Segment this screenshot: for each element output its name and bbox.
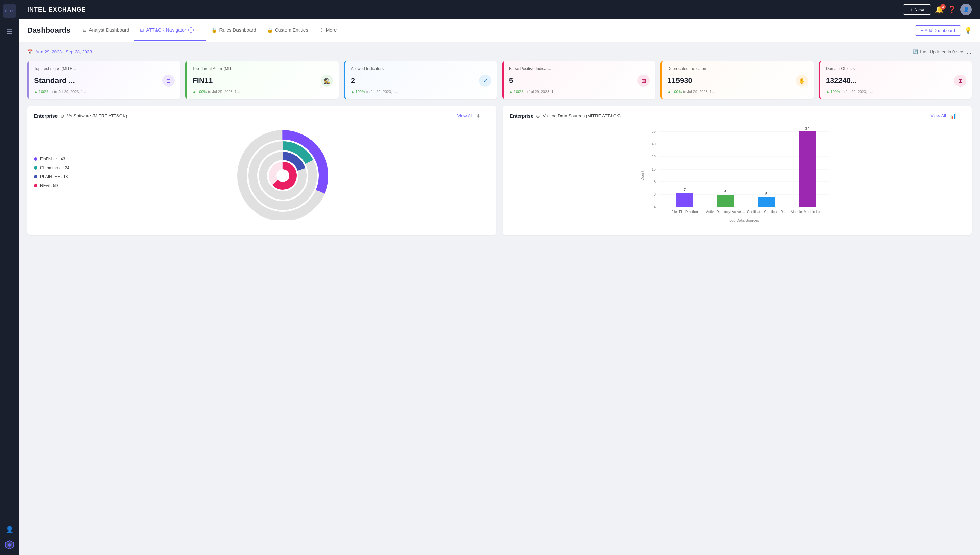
metric-change-date-technique: to Jul 29, 2023, 1... [54, 90, 86, 94]
bar-chart-container: 60 40 20 10 8 6 4 Count [510, 125, 965, 228]
app-title: INTEL EXCHANGE [27, 6, 903, 13]
metric-card-threat-actor: Top Threat Actor (MIT... FIN11 🕵 ▲ 100% … [185, 61, 338, 99]
svg-text:8: 8 [654, 180, 656, 184]
date-range-label: Aug 29, 2023 - Sep 28, 2023 [35, 50, 92, 55]
metric-value-false-positive: 5 [509, 76, 513, 85]
metric-card-false-positive: False Positive Indicat... 5 ⊠ ▲ 100% to … [502, 61, 655, 99]
attck-more-icon[interactable]: ⋮ [196, 27, 200, 33]
bar-module-load[interactable] [799, 132, 815, 207]
bar-more-icon[interactable]: ⋯ [959, 113, 965, 119]
svg-text:Count: Count [640, 171, 644, 180]
user-settings-icon[interactable]: 👤 [3, 523, 16, 536]
metric-title-threat-actor: Top Threat Actor (MIT... [192, 66, 333, 71]
metric-card-domain: Domain Objects 132240... ⊞ ▲ 100% to Jul… [819, 61, 972, 99]
donut-chart-area: FinFisher : 43 Chrommme : 24 PLAINTEE : … [34, 125, 489, 220]
svg-text:37: 37 [805, 126, 809, 130]
rules-tab-icon: 🔒 [211, 27, 217, 33]
attck-info-icon[interactable]: i [188, 27, 193, 33]
content-area: Dashboards ⊟ Analyst Dashboard ⊟ ATT&CK … [19, 19, 980, 555]
more-tab-icon: ⋮ [319, 27, 324, 33]
donut-view-all-link[interactable]: View All [457, 113, 473, 119]
legend-label-revil: REvil : 59 [40, 183, 58, 188]
custom-tab-icon: 🔒 [267, 27, 273, 33]
help-icon[interactable]: ❓ [948, 5, 956, 14]
legend-dot-chrommme [34, 166, 37, 170]
tab-attck[interactable]: ⊟ ATT&CK Navigator i ⋮ [134, 20, 206, 41]
donut-chart-svg [232, 125, 334, 220]
metric-change-text-technique: to [50, 90, 53, 94]
donut-chart-title-area: Enterprise ⊖ Vs Software (MITRE ATT&CK) [34, 113, 127, 119]
tab-more-label: More [326, 27, 337, 33]
bar-active-directory[interactable] [717, 195, 734, 207]
donut-more-icon[interactable]: ⋯ [484, 113, 489, 119]
tab-custom[interactable]: 🔒 Custom Entities [262, 20, 314, 41]
tab-analyst[interactable]: ⊟ Analyst Dashboard [77, 20, 134, 41]
legend-label-chrommme: Chrommme : 24 [40, 165, 69, 170]
legend-label-plaintee: PLAINTEE : 18 [40, 174, 68, 179]
header-actions: + New 🔔 2 ❓ 👤 [903, 4, 972, 15]
bar-title-chevron-icon[interactable]: ⊖ [536, 113, 540, 119]
avatar[interactable]: 👤 [960, 4, 972, 15]
notification-badge: 2 [940, 4, 946, 10]
refresh-icon: 🔄 [913, 50, 918, 55]
metric-value-deprecated: 115930 [667, 76, 692, 85]
metric-title-technique: Top Technique (MITR... [34, 66, 174, 71]
metric-title-domain: Domain Objects [826, 66, 966, 71]
last-updated[interactable]: 🔄 Last Updated in 0 sec [913, 50, 963, 55]
tab-rules[interactable]: 🔒 Rules Dashboard [206, 20, 261, 41]
bar-chart-icon[interactable]: 📊 [950, 113, 956, 119]
notification-icon[interactable]: 🔔 2 [935, 5, 943, 14]
svg-text:Active Directory: Active ...: Active Directory: Active ... [706, 210, 745, 214]
svg-text:6: 6 [724, 190, 726, 194]
add-dashboard-button[interactable]: + Add Dashboard [915, 25, 961, 36]
metric-change-false-positive: ▲ 100% [509, 90, 523, 94]
svg-text:20: 20 [652, 155, 656, 159]
metric-change-text-false-positive: to Jul 29, 2023, 1... [525, 90, 557, 94]
bar-file-deletion[interactable] [676, 193, 693, 207]
hamburger-icon[interactable]: ☰ [3, 24, 16, 39]
attck-tab-icon: ⊟ [140, 27, 144, 33]
bar-chart-svg: 60 40 20 10 8 6 4 Count [510, 125, 965, 227]
app-logo[interactable]: CTIX [3, 4, 16, 18]
donut-title-chevron-icon[interactable]: ⊖ [60, 113, 64, 119]
metric-icon-deprecated: ✋ [796, 75, 808, 87]
bar-certificate[interactable] [758, 197, 775, 207]
legend-label-finfisher: FinFisher : 43 [40, 157, 65, 161]
legend-item-finfisher: FinFisher : 43 [34, 157, 69, 161]
bar-chart-actions: View All 📊 ⋯ [930, 113, 965, 119]
metric-title-false-positive: False Positive Indicat... [509, 66, 650, 71]
bar-chart-card: Enterprise ⊖ Vs Log Data Sources (MITRE … [503, 106, 972, 235]
donut-svg-container [76, 125, 489, 220]
legend-dot-plaintee [34, 175, 37, 178]
svg-text:5: 5 [765, 192, 767, 196]
donut-legend: FinFisher : 43 Chrommme : 24 PLAINTEE : … [34, 157, 69, 188]
logo-text: CTIX [5, 9, 14, 13]
date-range-button[interactable]: 📅 Aug 29, 2023 - Sep 28, 2023 [27, 50, 92, 55]
metric-value-domain: 132240... [826, 76, 857, 85]
donut-chart-card: Enterprise ⊖ Vs Software (MITRE ATT&CK) … [27, 106, 496, 235]
tab-more[interactable]: ⋮ More [314, 20, 342, 41]
bar-view-all-link[interactable]: View All [930, 113, 946, 119]
donut-chart-subtitle: Vs Software (MITRE ATT&CK) [67, 113, 127, 119]
metric-change-text-threat-actor: to Jul 29, 2023, 1... [208, 90, 240, 94]
fullscreen-icon[interactable]: ⛶ [966, 49, 972, 55]
metric-value-technique: Standard ... [34, 76, 75, 85]
svg-text:10: 10 [652, 167, 656, 171]
metric-change-text-deprecated: to Jul 29, 2023, 1... [683, 90, 715, 94]
donut-download-icon[interactable]: ⬇ [476, 113, 480, 119]
bulb-icon[interactable]: 💡 [964, 27, 972, 34]
metric-card-technique: Top Technique (MITR... Standard ... ⊡ ▲ … [27, 61, 180, 99]
metric-change-allowed: ▲ 100% [351, 90, 365, 94]
new-button[interactable]: + New [903, 5, 931, 14]
donut-chart-header: Enterprise ⊖ Vs Software (MITRE ATT&CK) … [34, 113, 489, 119]
cyware-logo [3, 539, 16, 551]
legend-dot-finfisher [34, 157, 37, 161]
dashboards-title: Dashboards [27, 19, 70, 42]
metric-icon-allowed: ✓ [479, 75, 491, 87]
metric-change-text-allowed: to Jul 29, 2023, 1... [366, 90, 398, 94]
metric-icon-false-positive: ⊠ [637, 75, 650, 87]
dashboard-header: Dashboards ⊟ Analyst Dashboard ⊟ ATT&CK … [19, 19, 980, 42]
analyst-tab-icon: ⊟ [83, 27, 87, 33]
bar-chart-title: Enterprise [510, 113, 533, 119]
metric-icon-technique: ⊡ [162, 75, 174, 87]
